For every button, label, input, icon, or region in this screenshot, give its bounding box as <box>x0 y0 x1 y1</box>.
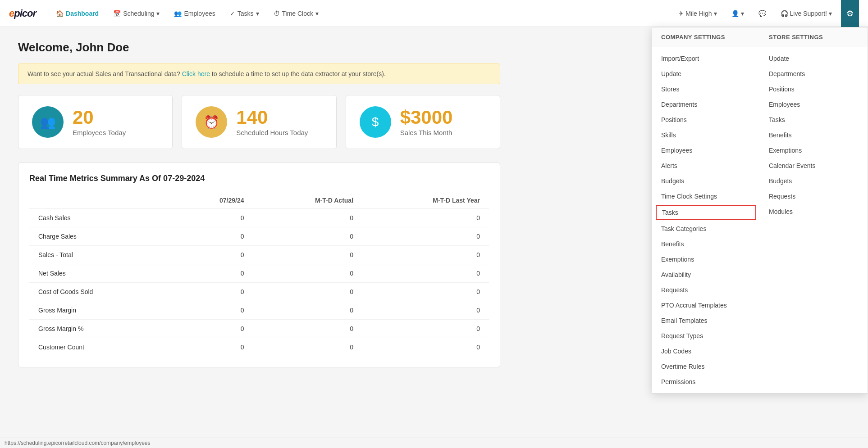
row-col2: 0 <box>253 283 362 301</box>
row-col3: 0 <box>362 227 489 246</box>
store-item-store-requests[interactable]: Requests <box>760 189 868 204</box>
store-item-store-modules[interactable]: Modules <box>760 204 868 219</box>
employees-stat-info: 20 Employees Today <box>73 108 126 136</box>
top-navigation: epicor 🏠 Dashboard 📅 Scheduling ▾ 👥 Empl… <box>0 0 868 27</box>
table-row: Customer Count 0 0 0 <box>29 338 489 357</box>
metrics-table: 07/29/24 M-T-D Actual M-T-D Last Year Ca… <box>29 192 489 356</box>
employees-icon: 👥 <box>174 10 182 17</box>
row-col2: 0 <box>253 246 362 264</box>
row-label: Gross Margin <box>29 301 170 320</box>
nav-dashboard-label: Dashboard <box>66 10 99 17</box>
company-item-departments[interactable]: Departments <box>652 97 760 112</box>
row-col1: 0 <box>170 209 253 227</box>
company-item-tasks[interactable]: Tasks <box>656 205 756 220</box>
store-item-store-exemptions[interactable]: Exemptions <box>760 143 868 158</box>
row-col2: 0 <box>253 227 362 246</box>
company-item-exemptions[interactable]: Exemptions <box>652 252 760 267</box>
row-col1: 0 <box>170 338 253 357</box>
table-row: Gross Margin 0 0 0 <box>29 301 489 320</box>
nav-links: 🏠 Dashboard 📅 Scheduling ▾ 👥 Employees ✓… <box>50 6 673 21</box>
company-item-availability[interactable]: Availability <box>652 267 760 282</box>
nav-timeclock[interactable]: ⏱ Time Clock ▾ <box>267 6 325 21</box>
row-col3: 0 <box>362 320 489 338</box>
row-col1: 0 <box>170 227 253 246</box>
row-label: Cost of Goods Sold <box>29 283 170 301</box>
company-item-request-types[interactable]: Request Types <box>652 328 760 344</box>
row-col1: 0 <box>170 301 253 320</box>
livesupport-chevron-icon: ▾ <box>829 10 832 17</box>
row-label: Cash Sales <box>29 209 170 227</box>
hours-stat-number: 140 <box>236 108 308 127</box>
main-content: Welcome, John Doe Want to see your actua… <box>0 27 518 381</box>
alert-link[interactable]: Click here <box>182 70 210 77</box>
gear-button[interactable]: ⚙ <box>841 0 859 27</box>
nav-employees[interactable]: 👥 Employees <box>168 6 221 21</box>
nav-dashboard[interactable]: 🏠 Dashboard <box>50 6 105 21</box>
nav-employees-label: Employees <box>184 10 215 17</box>
table-row: Sales - Total 0 0 0 <box>29 246 489 264</box>
store-item-store-budgets[interactable]: Budgets <box>760 173 868 189</box>
settings-dropdown: Company Settings Store Settings Import/E… <box>652 27 868 381</box>
company-item-job-codes[interactable]: Job Codes <box>652 344 760 359</box>
nav-scheduling[interactable]: 📅 Scheduling ▾ <box>107 6 166 21</box>
nav-scheduling-label: Scheduling <box>123 10 154 17</box>
row-label: Charge Sales <box>29 227 170 246</box>
company-item-email-templates[interactable]: Email Templates <box>652 313 760 328</box>
alert-banner: Want to see your actual Sales and Transa… <box>18 63 500 84</box>
nav-tasks[interactable]: ✓ Tasks ▾ <box>224 6 265 21</box>
col-header-date: 07/29/24 <box>170 192 253 209</box>
row-col1: 0 <box>170 320 253 338</box>
row-col1: 0 <box>170 283 253 301</box>
row-col2: 0 <box>253 209 362 227</box>
nav-milehigh[interactable]: ✈ Mile High ▾ <box>673 7 722 20</box>
company-item-employees[interactable]: Employees <box>652 143 760 158</box>
row-label: Net Sales <box>29 264 170 283</box>
company-item-skills[interactable]: Skills <box>652 127 760 143</box>
col-header-mtd-last-year: M-T-D Last Year <box>362 192 489 209</box>
company-item-overtime-rules[interactable]: Overtime Rules <box>652 359 760 374</box>
row-col2: 0 <box>253 264 362 283</box>
store-item-store-calendar-events[interactable]: Calendar Events <box>760 158 868 173</box>
company-item-budgets[interactable]: Budgets <box>652 173 760 189</box>
messages-icon: 💬 <box>758 10 766 17</box>
store-item-store-departments[interactable]: Departments <box>760 66 868 81</box>
nav-livesupport[interactable]: 🎧 Live Support! ▾ <box>775 7 838 20</box>
row-col3: 0 <box>362 209 489 227</box>
nav-right: ✈ Mile High ▾ 👤 ▾ 💬 🎧 Live Support! ▾ ⚙ <box>673 0 859 27</box>
company-item-time-clock-settings[interactable]: Time Clock Settings <box>652 189 760 204</box>
company-settings-header: Company Settings <box>652 27 760 47</box>
epicor-logo: epicor <box>9 8 36 19</box>
company-item-pto-accrual[interactable]: PTO Accrual Templates <box>652 298 760 313</box>
company-item-benefits[interactable]: Benefits <box>652 236 760 252</box>
store-item-store-tasks[interactable]: Tasks <box>760 112 868 127</box>
row-label: Sales - Total <box>29 246 170 264</box>
company-item-stores[interactable]: Stores <box>652 81 760 97</box>
store-item-store-benefits[interactable]: Benefits <box>760 127 868 143</box>
stat-card-sales: $ $3000 Sales This Month <box>346 95 500 149</box>
user-chevron-icon: ▾ <box>741 10 744 17</box>
company-item-positions[interactable]: Positions <box>652 112 760 127</box>
company-item-import-export[interactable]: Import/Export <box>652 51 760 66</box>
tasks-chevron-icon: ▾ <box>256 10 259 17</box>
employees-stat-icon: 👥 <box>32 106 64 138</box>
sales-stat-label: Sales This Month <box>400 129 453 136</box>
nav-user[interactable]: 👤 ▾ <box>726 7 749 20</box>
company-item-update[interactable]: Update <box>652 66 760 81</box>
company-item-requests[interactable]: Requests <box>652 282 760 298</box>
row-label: Gross Margin % <box>29 320 170 338</box>
home-icon: 🏠 <box>56 10 64 17</box>
sales-stat-icon-glyph: $ <box>372 115 379 129</box>
alert-text: Want to see your actual Sales and Transa… <box>27 70 180 77</box>
company-item-task-categories[interactable]: Task Categories <box>652 221 760 236</box>
nav-tasks-label: Tasks <box>238 10 254 17</box>
company-item-permissions[interactable]: Permissions <box>652 374 760 381</box>
company-item-alerts[interactable]: Alerts <box>652 158 760 173</box>
store-item-store-positions[interactable]: Positions <box>760 81 868 97</box>
store-item-store-update[interactable]: Update <box>760 51 868 66</box>
col-header-mtd-actual: M-T-D Actual <box>253 192 362 209</box>
row-label: Customer Count <box>29 338 170 357</box>
store-item-store-employees[interactable]: Employees <box>760 97 868 112</box>
metrics-title: Real Time Metrics Summary As Of 07-29-20… <box>29 174 489 183</box>
row-col2: 0 <box>253 338 362 357</box>
nav-messages[interactable]: 💬 <box>753 7 772 20</box>
